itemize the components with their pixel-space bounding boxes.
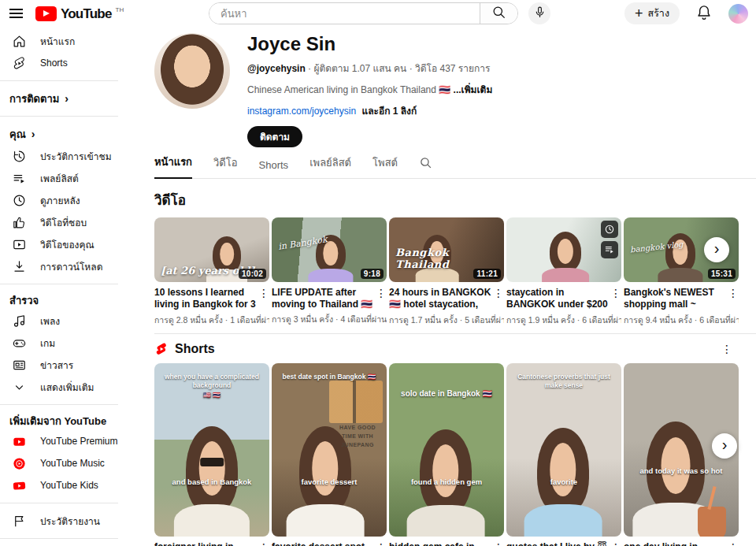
voice-search-button[interactable] bbox=[528, 2, 550, 24]
sidebar-item-report-history[interactable]: ประวัติรายงาน bbox=[0, 510, 134, 532]
sidebar-item-home[interactable]: หน้าแรก bbox=[0, 30, 134, 52]
sidebar-item-playlists[interactable]: เพลย์ลิสต์ bbox=[0, 167, 134, 189]
flag-icon bbox=[11, 513, 27, 529]
hamburger-menu-button[interactable] bbox=[6, 9, 26, 17]
short-title[interactable]: one day living in Bangkok Thailand 🇹🇭 bbox=[624, 541, 728, 546]
short-overlay-top-text: solo date in Bangkok 🇹🇭 bbox=[393, 388, 500, 399]
sidebar-item-label: เพลย์ลิสต์ bbox=[40, 171, 79, 186]
video-title[interactable]: 24 hours in BANGKOK 🇹🇭 hotel staycation,… bbox=[389, 287, 493, 311]
video-thumbnail[interactable] bbox=[506, 217, 621, 282]
video-meta: การดู 1.7 หมื่น ครั้ง · 5 เดือนที่ผ่านมา bbox=[389, 314, 504, 327]
description-more-link[interactable]: ...เพิ่มเติม bbox=[454, 84, 493, 95]
thumbs-up-icon bbox=[11, 214, 27, 230]
sidebar-item-gaming[interactable]: เกม bbox=[0, 332, 134, 354]
sidebar-divider bbox=[0, 80, 118, 81]
sidebar-item-label: แสดงเพิ่มเติม bbox=[40, 380, 94, 395]
short-menu-icon[interactable] bbox=[376, 541, 387, 546]
create-button[interactable]: สร้าง bbox=[624, 2, 680, 24]
sidebar-item-music[interactable]: เพลง bbox=[0, 310, 134, 332]
videos-carousel-next-button[interactable] bbox=[704, 237, 729, 262]
sidebar-item-you[interactable]: คุณ bbox=[0, 123, 134, 145]
video-menu-icon[interactable] bbox=[258, 287, 269, 311]
video-card: bangkok vlog 15:31 Bangkok's NEWEST shop… bbox=[624, 217, 739, 327]
video-thumbnail[interactable]: [at 26 years old] 10:02 bbox=[154, 217, 269, 282]
sidebar-item-youtube-kids[interactable]: YouTube Kids bbox=[0, 474, 134, 496]
sidebar-item-label: เกม bbox=[40, 336, 55, 351]
sidebar-item-downloads[interactable]: การดาวน์โหลด bbox=[0, 255, 134, 277]
short-menu-icon[interactable] bbox=[493, 541, 504, 546]
short-thumbnail[interactable]: best date spot in Bangkok 🇹🇭 HAVE GOOD T… bbox=[272, 363, 387, 537]
tab-home[interactable]: หน้าแรก bbox=[154, 154, 192, 179]
sidebar-item-news[interactable]: ข่าวสาร bbox=[0, 354, 134, 376]
shorts-row: when you have a complicated background🇺🇸… bbox=[154, 363, 739, 546]
tab-shorts[interactable]: Shorts bbox=[259, 159, 289, 178]
tab-posts[interactable]: โพสต์ bbox=[372, 154, 398, 178]
news-icon bbox=[11, 357, 27, 373]
video-thumbnail[interactable]: in Bangkok 9:18 bbox=[272, 217, 387, 282]
sidebar-section-label: สำรวจ bbox=[9, 292, 39, 309]
video-meta: การดู 3 หมื่น ครั้ง · 4 เดือนที่ผ่านมา bbox=[272, 313, 387, 326]
channel-link[interactable]: instagram.com/joycehysin bbox=[247, 106, 356, 117]
tab-videos[interactable]: วิดีโอ bbox=[213, 154, 238, 178]
sidebar-item-youtube-music[interactable]: YouTube Music bbox=[0, 452, 134, 474]
main-content: Joyce Sin @joycehysin · ผู้ติดตาม 1.07 แ… bbox=[134, 27, 756, 546]
short-thumbnail[interactable]: Cantonese proverbs that just make sense … bbox=[506, 363, 621, 537]
youtube-logo[interactable]: YouTube TH bbox=[35, 5, 124, 23]
short-menu-icon[interactable] bbox=[610, 541, 621, 546]
shorts-section-menu-icon[interactable] bbox=[721, 343, 732, 356]
shorts-carousel-next-button[interactable] bbox=[712, 433, 737, 459]
short-menu-icon[interactable] bbox=[728, 541, 739, 546]
short-caption-text: and based in Bangkok bbox=[158, 477, 266, 486]
sidebar-item-your-videos[interactable]: วิดีโอของคุณ bbox=[0, 233, 134, 255]
channel-handle: @joycehysin bbox=[247, 63, 306, 74]
sidebar-item-watch-later[interactable]: ดูภายหลัง bbox=[0, 189, 134, 211]
sidebar: หน้าแรก Shorts การติดตาม คุณ ประวัติการเ… bbox=[0, 27, 134, 546]
page-layout: หน้าแรก Shorts การติดตาม คุณ ประวัติการเ… bbox=[0, 27, 756, 546]
add-to-queue-icon[interactable] bbox=[601, 241, 618, 258]
sidebar-item-youtube-premium[interactable]: YouTube Premium bbox=[0, 430, 134, 452]
video-title[interactable]: LIFE UPDATE after moving to Thailand 🇹🇭 bbox=[272, 287, 376, 310]
video-menu-icon[interactable] bbox=[376, 287, 387, 310]
short-title[interactable]: foreigner living in Thailand struggles 🇺… bbox=[154, 541, 258, 546]
video-title[interactable]: staycation in BANGKOK under $200 🇹🇭 bbox=[506, 287, 610, 311]
short-thumbnail[interactable]: solo date in Bangkok 🇹🇭 found a hidden g… bbox=[389, 363, 504, 537]
search-input[interactable] bbox=[209, 3, 480, 24]
short-title[interactable]: hidden gem cafe in Bangkok ☕ bbox=[389, 541, 493, 546]
video-card: in Bangkok 9:18 LIFE UPDATE after moving… bbox=[272, 217, 387, 327]
bell-icon bbox=[695, 4, 713, 24]
short-thumbnail[interactable]: when you have a complicated background🇺🇸… bbox=[154, 363, 269, 537]
sidebar-item-subscriptions[interactable]: การติดตาม bbox=[0, 87, 134, 110]
channel-links-more[interactable]: และอีก 1 ลิงก์ bbox=[361, 106, 417, 117]
thumbnail-hover-actions bbox=[601, 221, 618, 258]
video-title[interactable]: Bangkok's NEWEST shopping mall ~ Central… bbox=[624, 287, 728, 311]
background-sign-text: HAVE GOOD TIME WITH JUNEPANG bbox=[332, 423, 384, 450]
video-menu-icon[interactable] bbox=[728, 287, 739, 311]
short-title[interactable]: favorite dessert spot in Bangkok 🍮 bbox=[272, 541, 376, 546]
channel-stats: · ผู้ติดตาม 1.07 แสน คน · วิดีโอ 437 ราย… bbox=[308, 63, 490, 74]
sidebar-item-history[interactable]: ประวัติการเข้าชม bbox=[0, 145, 134, 167]
video-title[interactable]: 10 lessons I learned living in Bangkok f… bbox=[154, 287, 258, 311]
videos-row: [at 26 years old] 10:02 10 lessons I lea… bbox=[154, 217, 739, 327]
video-thumbnail[interactable]: Bangkok Thailand 11:21 bbox=[389, 217, 504, 282]
short-caption-text: favorite bbox=[510, 477, 618, 486]
sidebar-item-label: วิดีโอของคุณ bbox=[40, 237, 94, 252]
video-menu-icon[interactable] bbox=[610, 287, 621, 311]
video-menu-icon[interactable] bbox=[493, 287, 504, 311]
sidebar-item-shorts[interactable]: Shorts bbox=[0, 52, 134, 74]
tab-playlists[interactable]: เพลย์ลิสต์ bbox=[309, 154, 351, 178]
create-label: สร้าง bbox=[648, 6, 669, 21]
short-menu-icon[interactable] bbox=[258, 541, 269, 546]
channel-avatar[interactable] bbox=[154, 33, 230, 109]
youtube-music-icon bbox=[11, 455, 27, 471]
short-card: when you have a complicated background🇺🇸… bbox=[154, 363, 269, 546]
subscribe-button[interactable]: ติดตาม bbox=[247, 126, 302, 147]
search-button[interactable] bbox=[480, 3, 517, 24]
playlist-icon bbox=[11, 170, 27, 186]
short-title[interactable]: quotes that I live by 😇 bbox=[506, 541, 610, 546]
watch-later-icon[interactable] bbox=[601, 221, 618, 238]
channel-search-icon[interactable] bbox=[419, 156, 432, 178]
account-avatar[interactable] bbox=[728, 4, 748, 24]
sidebar-item-show-more[interactable]: แสดงเพิ่มเติม bbox=[0, 376, 134, 398]
sidebar-item-liked-videos[interactable]: วิดีโอที่ชอบ bbox=[0, 211, 134, 233]
notifications-button[interactable] bbox=[692, 1, 716, 27]
